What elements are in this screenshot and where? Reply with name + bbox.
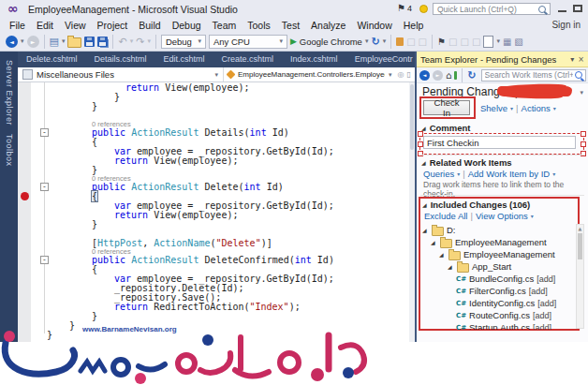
attach-to-process-icon[interactable]: [396, 37, 404, 46]
document-tab-create-cshtml[interactable]: Create.cshtml: [213, 52, 283, 67]
breakpoint-indicator[interactable]: [21, 192, 29, 200]
document-tab-edit-cshtml[interactable]: Edit.cshtml: [155, 52, 213, 67]
tree-item-employeemanagement[interactable]: ◢EmployeeManagement: [422, 236, 570, 248]
check-in-button[interactable]: Check In: [423, 100, 470, 115]
code-editor-lines[interactable]: return View(employee);}}0 referencespubl…: [47, 82, 407, 342]
document-tab-details-cshtml[interactable]: Details.cshtml: [86, 52, 155, 67]
undo-dropdown-icon[interactable]: ▾: [130, 37, 134, 45]
code-line[interactable]: public ActionResult Delete(int Id): [92, 183, 284, 192]
tree-expander-icon[interactable]: ◢: [431, 239, 437, 245]
menu-item-test[interactable]: Test: [276, 20, 305, 31]
type-dropdown[interactable]: EmployeeManagement.Controllers.EmployeeC…: [224, 67, 415, 81]
feedback-smiley-icon[interactable]: [419, 5, 428, 13]
side-tab-toolbox[interactable]: Toolbox: [5, 134, 14, 167]
tree-scrollbar[interactable]: ▲: [576, 224, 584, 329]
menu-item-team[interactable]: Team: [207, 20, 243, 31]
navigate-back-dropdown-icon[interactable]: ▾: [21, 37, 24, 45]
code-line[interactable]: }: [92, 312, 97, 321]
tree-expander-icon[interactable]: ◢: [422, 227, 429, 233]
split-window-icon[interactable]: ▯: [407, 70, 411, 79]
code-line[interactable]: {: [92, 192, 97, 201]
minimize-button[interactable]: [558, 10, 566, 12]
tree-item-startup-auth-cs[interactable]: C#Startup.Auth.cs[add]: [422, 321, 570, 330]
shelve-link[interactable]: Shelve: [480, 103, 507, 113]
code-line[interactable]: }: [92, 220, 97, 230]
tree-item-d[interactable]: ◢D:: [422, 224, 570, 236]
properties-window-icon[interactable]: ▧: [514, 37, 522, 47]
tree-item-app-start[interactable]: ◢App_Start: [422, 260, 570, 273]
included-changes-header[interactable]: ◢ Included Changes (106): [422, 200, 530, 210]
find-dropdown-icon[interactable]: ▾: [496, 37, 500, 45]
tree-item-routeconfig-cs[interactable]: C#RouteConfig.cs[add]: [422, 309, 570, 321]
redo-dropdown-icon[interactable]: ▾: [147, 37, 151, 45]
menu-item-build[interactable]: Build: [133, 20, 166, 31]
new-project-dropdown-icon[interactable]: ▾: [62, 37, 66, 45]
solution-explorer-icon[interactable]: ▦: [503, 37, 511, 47]
refresh-icon[interactable]: ↻: [371, 36, 379, 48]
new-project-icon[interactable]: ▤: [50, 36, 59, 48]
save-all-icon[interactable]: [97, 37, 108, 47]
project-dropdown[interactable]: Miscellaneous Files ▾: [18, 67, 224, 81]
undo-icon[interactable]: ↶: [118, 36, 126, 48]
tree-item-filterconfig-cs[interactable]: C#FilterConfig.cs[add]: [422, 285, 570, 297]
open-file-icon[interactable]: [67, 37, 81, 48]
close-icon[interactable]: ×: [578, 55, 584, 64]
view-options-link[interactable]: View Options: [476, 211, 528, 221]
code-line[interactable]: return View(employee);: [125, 83, 249, 93]
code-line[interactable]: return View(employee);: [114, 211, 238, 220]
start-target-dropdown-icon[interactable]: ▾: [365, 37, 369, 45]
tree-item-identityconfig-cs[interactable]: C#IdentityConfig.cs[add]: [422, 297, 570, 309]
code-line[interactable]: public ActionResult Details(int Id): [92, 128, 289, 138]
menu-item-file[interactable]: File: [4, 20, 31, 31]
breakpoint-gutter[interactable]: [18, 82, 31, 342]
exclude-all-link[interactable]: Exclude All: [424, 211, 467, 221]
related-work-items-header[interactable]: ◢ Related Work Items: [421, 157, 512, 168]
maximize-button[interactable]: [573, 5, 582, 12]
menu-item-debug[interactable]: Debug: [167, 20, 207, 31]
actions-link[interactable]: Actions: [522, 103, 551, 113]
save-icon[interactable]: [84, 37, 95, 47]
menu-item-help[interactable]: Help: [398, 20, 430, 31]
code-line[interactable]: }: [92, 102, 97, 111]
refresh-dropdown-icon[interactable]: ▾: [383, 37, 387, 45]
menu-item-tools[interactable]: Tools: [242, 20, 276, 31]
tree-scrollbar-thumb[interactable]: [578, 233, 582, 259]
workspace-dropdown-icon[interactable]: ▾: [580, 89, 583, 96]
code-line[interactable]: {: [92, 265, 97, 274]
window-position-dropdown-icon[interactable]: ▾: [570, 55, 574, 64]
side-tab-server-explorer[interactable]: Server Explorer: [5, 60, 14, 126]
queries-link[interactable]: Queries: [423, 169, 454, 179]
back-button[interactable]: ◄: [419, 70, 430, 81]
notifications-indicator[interactable]: ⚑ 4: [397, 3, 412, 13]
navigate-forward-button[interactable]: ►: [27, 36, 39, 48]
tree-expander-icon[interactable]: ◢: [439, 251, 446, 258]
work-items-search-box[interactable]: Search Work Items (Ctrl+: [481, 69, 586, 81]
code-line[interactable]: {: [92, 138, 97, 147]
refresh-icon[interactable]: ↻: [467, 69, 476, 81]
editor-scrollbar-thumb[interactable]: [410, 84, 414, 150]
add-work-item-link[interactable]: Add Work Item by ID: [468, 169, 550, 179]
comment-input[interactable]: [423, 136, 576, 149]
start-debug-icon[interactable]: ▶: [290, 37, 297, 46]
menu-item-edit[interactable]: Edit: [31, 20, 59, 31]
code-editor[interactable]: --- return View(employee);}}0 references…: [18, 82, 415, 342]
navigate-back-button[interactable]: ◄: [6, 36, 18, 48]
menu-item-project[interactable]: Project: [92, 20, 134, 31]
bookmark-icon[interactable]: ⚑: [437, 37, 446, 47]
comment-section-header[interactable]: ◢ Comment: [421, 123, 470, 133]
scroll-up-icon[interactable]: ▲: [577, 225, 583, 232]
connect-icon[interactable]: [454, 71, 457, 80]
home-icon[interactable]: ⌂: [446, 70, 451, 81]
tree-item-bundleconfig-cs[interactable]: C#BundleConfig.cs[add]: [422, 273, 570, 285]
menu-item-view[interactable]: View: [59, 20, 92, 31]
tree-item-employeemanagement[interactable]: ◢EmployeeManagement: [422, 248, 570, 260]
code-line[interactable]: public ActionResult DeleteConfirmed(int …: [92, 256, 334, 265]
code-line[interactable]: return RedirectToAction("Index");: [114, 303, 301, 312]
menu-item-window[interactable]: Window: [351, 20, 397, 31]
code-line[interactable]: }: [114, 93, 120, 102]
document-tab-employeecontr[interactable]: EmployeeContr: [346, 52, 415, 67]
tree-expander-icon[interactable]: ◢: [448, 263, 454, 270]
start-target-label[interactable]: Google Chrome: [300, 37, 362, 47]
solution-platform-dropdown[interactable]: Any CPU ▾: [209, 35, 287, 49]
solution-configuration-dropdown[interactable]: Debug ▾: [161, 35, 206, 49]
